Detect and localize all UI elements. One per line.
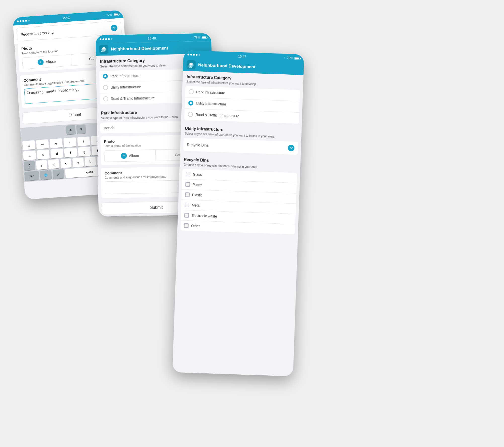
kb-mic[interactable]: 🎤 xyxy=(53,169,65,179)
kb-r[interactable]: r xyxy=(63,137,76,147)
checkbox-label-glass: Glass xyxy=(193,172,202,177)
radio-label-road-3: Road & Traffic Infrastructure xyxy=(195,113,239,118)
kb-shift[interactable]: ⇧ xyxy=(24,161,35,171)
svg-text:GIS: GIS xyxy=(188,65,192,68)
kb-b[interactable]: b xyxy=(85,157,96,166)
album-label-2: Album xyxy=(129,154,139,158)
kb-123[interactable]: 123 xyxy=(24,171,39,181)
checkbox-box-other xyxy=(184,223,189,228)
checkbox-box-ewaste xyxy=(184,213,189,218)
signal-dots-2 xyxy=(100,38,112,40)
add-photo-icon-2: + xyxy=(121,153,127,159)
battery-pct-1: 77% xyxy=(106,13,112,17)
kb-globe[interactable]: 🌐 xyxy=(40,170,52,180)
kb-down[interactable]: ∨ xyxy=(76,124,86,134)
checkbox-box-metal xyxy=(185,203,189,208)
kb-d[interactable]: d xyxy=(50,148,63,158)
kb-up[interactable]: ∧ xyxy=(66,125,75,135)
battery-icon-3 xyxy=(295,57,300,60)
radio-circle-utility-2 xyxy=(103,85,108,90)
radio-circle-road-3 xyxy=(188,112,193,117)
app-title-2: Neighborhood Development xyxy=(111,46,168,52)
kb-f[interactable]: f xyxy=(64,148,77,158)
gis-logo-2: GIS xyxy=(99,45,109,54)
checkbox-label-ewaste: Electronic waste xyxy=(191,213,217,218)
signal-arrow-1: ↑ xyxy=(103,13,105,17)
radio-label-park-3: Park Infrastructure xyxy=(196,90,225,95)
kb-g[interactable]: g xyxy=(78,147,91,157)
radio-circle-utility-3 xyxy=(188,101,193,106)
kb-t[interactable]: t xyxy=(77,136,90,146)
right-icons-1: ↑ 77% xyxy=(103,12,119,17)
battery-icon-2 xyxy=(202,36,207,39)
phone3-content: Infrastructure Category Select the type … xyxy=(172,71,304,376)
right-icons-2: ↑ 79% xyxy=(191,35,207,39)
radio-label-utility-3: Utility Infrastructure xyxy=(196,101,226,106)
right-icons-3: ↑ 79% xyxy=(284,56,300,60)
checkbox-label-metal: Metal xyxy=(192,203,200,208)
battery-pct-3: 79% xyxy=(287,56,293,60)
kb-s[interactable]: s xyxy=(37,150,50,159)
kb-v[interactable]: v xyxy=(72,158,84,167)
radio-circle-road-2 xyxy=(103,96,108,101)
checkbox-box-plastic xyxy=(185,192,190,197)
kb-y[interactable]: y xyxy=(36,160,48,170)
time-1: 15:52 xyxy=(62,16,71,20)
crossing-dropdown-value: Pedestrian crossing xyxy=(20,30,54,36)
battery-pct-2: 79% xyxy=(194,36,200,39)
radio-circle-park-2 xyxy=(103,74,108,79)
kb-x[interactable]: x xyxy=(48,159,60,169)
album-label-1: Album xyxy=(46,59,56,64)
kb-w[interactable]: w xyxy=(36,139,49,149)
radio-circle-park-3 xyxy=(189,89,194,94)
kb-a[interactable]: a xyxy=(23,151,36,160)
dropdown-arrow-icon xyxy=(111,24,118,31)
phone-3: 15:47 ↑ 79% GIS Neighborhood Development… xyxy=(172,50,304,376)
park-infra-value-2: Bench xyxy=(104,126,114,130)
signal-dots-3 xyxy=(187,54,200,56)
kb-q[interactable]: q xyxy=(22,140,35,150)
add-photo-icon-1: + xyxy=(37,59,44,66)
radio-label-utility-2: Utility Infrastructure xyxy=(110,85,141,89)
utility-infra-value-3: Recycle Bins xyxy=(187,142,209,147)
svg-text:GIS: GIS xyxy=(101,50,105,53)
app-title-3: Neighborhood Development xyxy=(198,63,256,70)
radio-label-park-2: Park Infrastructure xyxy=(110,74,139,78)
radio-label-road-2: Road & Traffic Infrastructure xyxy=(111,96,155,101)
recycle-bins-list-3: Glass Paper Plastic Metal Electronic was… xyxy=(180,169,297,234)
album-button-1[interactable]: + Album xyxy=(22,55,71,69)
checkbox-box-glass xyxy=(186,172,190,177)
signal-dots xyxy=(17,20,30,22)
kb-e[interactable]: e xyxy=(50,138,63,148)
checkbox-box-paper xyxy=(185,182,190,187)
checkbox-label-other: Other xyxy=(191,224,200,228)
checkbox-label-plastic: Plastic xyxy=(192,193,203,197)
kb-c[interactable]: c xyxy=(60,158,72,168)
time-3: 15:47 xyxy=(238,54,246,58)
album-button-2[interactable]: + Album xyxy=(104,150,156,162)
checkbox-label-paper: Paper xyxy=(192,183,202,187)
infra-cat-list-3: Park Infrastructure Utility Infrastructu… xyxy=(184,86,300,124)
utility-dropdown-arrow-icon xyxy=(288,145,295,152)
gis-logo-3: GIS xyxy=(186,60,196,69)
time-2: 15:48 xyxy=(148,36,156,40)
battery-icon-1 xyxy=(114,13,119,16)
